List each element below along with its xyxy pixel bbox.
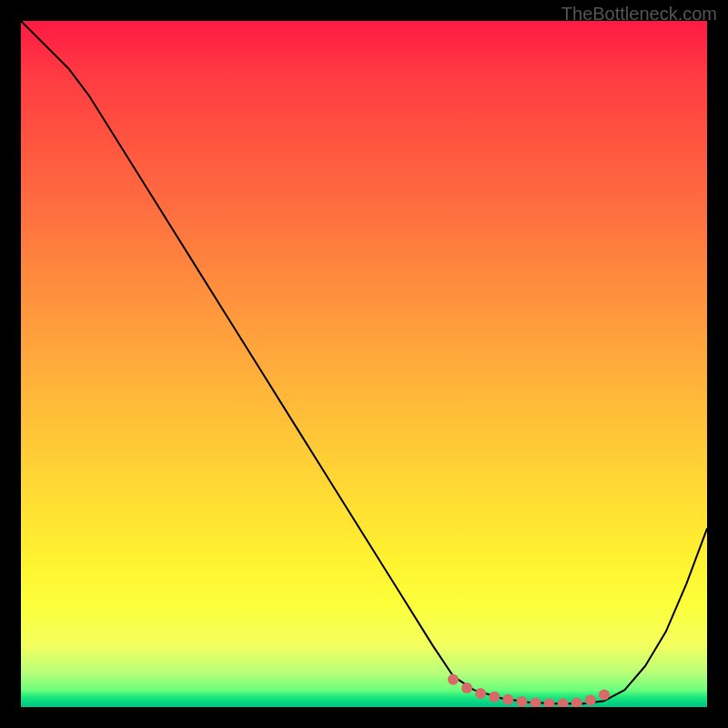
marker-dot xyxy=(558,698,569,707)
chart-svg xyxy=(21,21,707,707)
marker-dot xyxy=(489,692,500,703)
watermark-text: TheBottleneck.com xyxy=(561,4,717,25)
marker-dot xyxy=(516,696,527,707)
marker-dot xyxy=(461,682,472,693)
marker-dot xyxy=(448,674,459,685)
marker-dot xyxy=(502,694,513,705)
plot-area xyxy=(21,21,707,707)
marker-dot xyxy=(571,697,582,707)
marker-dot xyxy=(544,698,555,707)
marker-dot xyxy=(475,688,486,699)
marker-dot xyxy=(531,697,541,707)
marker-dot xyxy=(599,689,610,700)
bottleneck-curve xyxy=(21,21,707,703)
marker-dot xyxy=(585,694,596,705)
